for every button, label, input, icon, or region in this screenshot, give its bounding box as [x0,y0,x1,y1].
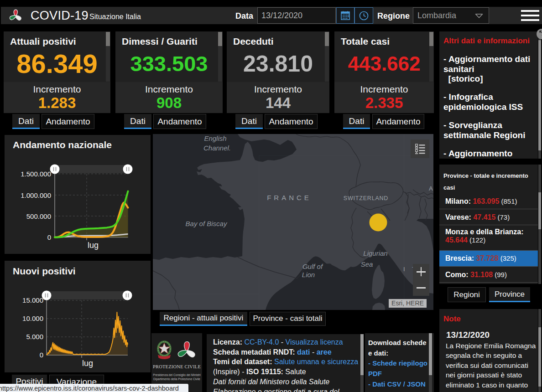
svg-text:500.000: 500.000 [26,212,51,220]
svg-text:Nuovi positivi: Nuovi positivi [13,266,76,276]
svg-text:Gulf of: Gulf of [302,263,323,270]
svg-text:1.000.000: 1.000.000 [21,191,51,199]
svg-text:lug: lug [88,241,99,250]
svg-text:Channel.: Channel. [203,144,231,152]
svg-text:lug: lug [82,359,93,368]
svg-text:Ligurian: Ligurian [363,249,387,257]
svg-text:FRANCE: FRANCE [267,194,312,201]
svg-text:Andamento nazionale: Andamento nazionale [13,139,112,150]
svg-text:10.000: 10.000 [22,315,43,322]
svg-text:1.500.000: 1.500.000 [21,170,51,178]
svg-text:SWITZERLAND: SWITZERLAND [344,195,388,201]
svg-text:0: 0 [40,351,43,359]
svg-text:0: 0 [47,233,51,241]
svg-text:Bay of Biscay: Bay of Biscay [186,220,228,227]
svg-text:A: A [429,185,433,192]
svg-text:5.000: 5.000 [26,333,43,340]
svg-text:15.000: 15.000 [22,296,43,304]
svg-text:Lion: Lion [302,271,315,279]
svg-text:Sea: Sea [361,260,373,268]
svg-text:English: English [204,134,226,142]
